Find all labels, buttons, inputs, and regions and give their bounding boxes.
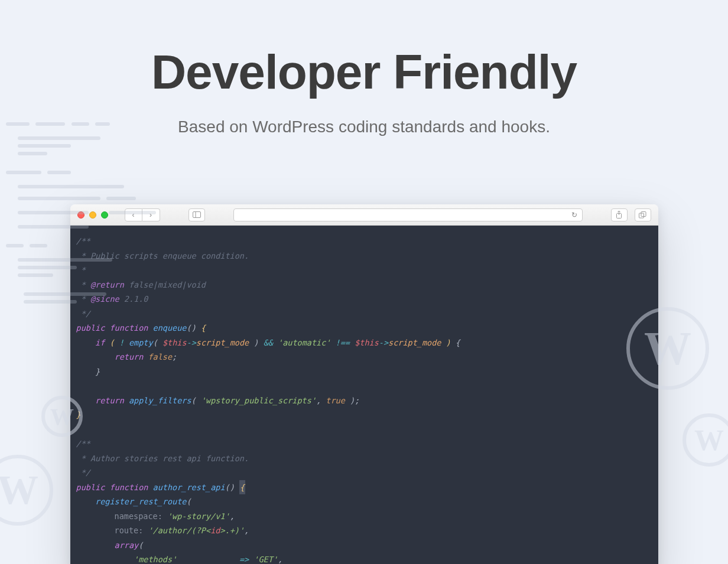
hero-section: Developer Friendly Based on WordPress co…	[0, 0, 728, 136]
code-punct: (	[138, 540, 143, 550]
code-string: '/author/(?P<	[148, 526, 210, 535]
wordpress-logo-bg	[0, 455, 53, 526]
hero-title: Developer Friendly	[0, 44, 728, 100]
code-keyword: public	[76, 483, 105, 492]
code-operator: =>	[239, 555, 249, 564]
code-comment: * Author stories rest api function.	[76, 454, 249, 463]
code-comment: /**	[76, 439, 90, 448]
code-brace: (	[109, 338, 114, 347]
code-punct: (	[191, 396, 196, 405]
code-function: author_rest_api	[153, 483, 225, 492]
code-operator: !	[119, 338, 124, 347]
code-string: 'GET'	[254, 555, 278, 564]
code-function: enqueue	[153, 323, 187, 332]
code-keyword: return	[95, 396, 124, 405]
code-brace: )	[446, 338, 451, 347]
code-property: script_mode	[388, 338, 441, 347]
code-keyword: function	[109, 483, 148, 492]
code-property: script_mode	[196, 338, 249, 347]
code-function: register_rest_route	[95, 497, 186, 506]
code-operator: ->	[187, 338, 196, 347]
code-punct: ()	[225, 483, 235, 492]
sidebar-toggle-button[interactable]	[188, 208, 205, 221]
code-bool: true	[326, 396, 345, 405]
code-string: 'automatic'	[278, 338, 330, 347]
code-function: apply_filters	[129, 396, 191, 405]
code-variable: $this	[355, 338, 379, 347]
code-comment: */	[76, 309, 90, 318]
code-label: route:	[115, 526, 144, 535]
code-sketch-bg	[6, 118, 183, 308]
code-variable: $this	[162, 338, 187, 347]
share-button[interactable]	[611, 208, 628, 221]
code-regex: id	[210, 526, 220, 535]
code-string: >.+)'	[220, 526, 244, 535]
code-operator: ->	[379, 338, 388, 347]
code-punct: ;	[172, 352, 177, 361]
code-label: namespace:	[115, 511, 162, 521]
code-comment: */	[76, 468, 90, 477]
code-keyword: public	[76, 323, 105, 332]
reload-icon[interactable]: ↻	[571, 211, 577, 219]
code-punct: ,	[278, 555, 282, 564]
code-punct: );	[350, 396, 359, 405]
wordpress-logo-bg	[682, 413, 728, 467]
address-bar[interactable]: ↻	[233, 208, 583, 221]
code-operator: !==	[336, 338, 350, 347]
svg-rect-0	[193, 212, 200, 218]
code-string: 'methods'	[134, 555, 177, 564]
code-brace: {	[456, 338, 460, 347]
code-brace: {	[201, 323, 206, 332]
code-string: 'wp-story/v1'	[167, 511, 230, 521]
wordpress-logo-bg	[626, 307, 709, 390]
code-brace: }	[95, 367, 100, 376]
code-keyword: array	[115, 540, 139, 550]
code-operator: &&	[264, 338, 273, 347]
code-bool: false	[148, 352, 172, 361]
code-punct: ,	[244, 526, 249, 535]
code-function: empty	[129, 338, 153, 347]
code-punct: (	[186, 497, 191, 506]
code-punct: ,	[316, 396, 321, 405]
code-cursor: {	[239, 480, 245, 495]
code-punct: ,	[230, 511, 235, 521]
wordpress-logo-bg	[41, 396, 83, 437]
code-keyword: return	[115, 352, 144, 361]
code-keyword: if	[95, 338, 105, 347]
code-punct: ()	[187, 323, 196, 332]
code-punct: )	[254, 338, 258, 347]
code-punct: (	[153, 338, 158, 347]
tabs-button[interactable]	[635, 208, 651, 221]
code-keyword: function	[109, 323, 148, 332]
code-string: 'wpstory_public_scripts'	[201, 396, 316, 405]
